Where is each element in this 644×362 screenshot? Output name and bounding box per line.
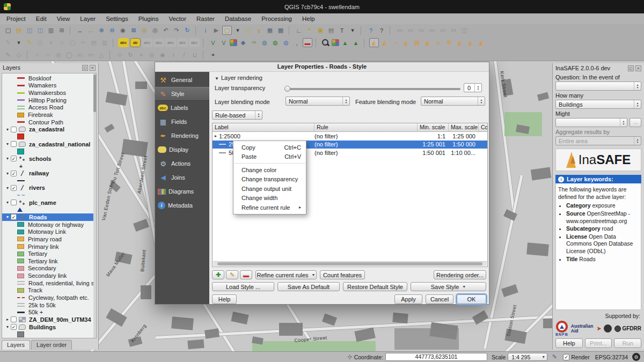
raster-calculator-icon[interactable] xyxy=(332,39,339,46)
help-contents-icon[interactable]: ? xyxy=(366,26,376,35)
new-shapefile-layer-icon[interactable]: V xyxy=(208,38,218,47)
column-header[interactable]: Min. scale xyxy=(418,123,449,131)
layer-row[interactable]: ▾✓railway xyxy=(2,169,96,177)
field-calculator-icon[interactable]: ▩ xyxy=(276,26,286,35)
circle-2p-icon[interactable]: ○ xyxy=(32,50,42,60)
label-show-2-icon[interactable]: abc xyxy=(177,38,188,47)
menu-edit[interactable]: Edit xyxy=(36,16,47,22)
layer-checkbox[interactable] xyxy=(11,127,17,132)
menu-plugins[interactable]: Plugins xyxy=(138,16,159,22)
move-feature-icon[interactable]: ⊹ xyxy=(57,38,67,47)
composer-manager-icon[interactable]: ⊞ xyxy=(57,26,67,35)
menu-vector[interactable]: Vector xyxy=(169,16,186,22)
layer-checkbox[interactable]: ✓ xyxy=(11,185,17,191)
layer-row[interactable]: ▾✓Buildings xyxy=(2,323,96,331)
expander-icon[interactable]: ▸ xyxy=(213,134,219,138)
tab-layers[interactable]: Layers xyxy=(2,340,30,350)
transparency-spinbox[interactable]: 0▲▼ xyxy=(464,83,482,92)
rectangle-3p-icon[interactable]: ▭ xyxy=(86,50,96,60)
menu-item-change-color[interactable]: Change color xyxy=(233,165,306,175)
node-tool-icon[interactable]: ∨ xyxy=(46,38,56,47)
column-header[interactable]: Count xyxy=(479,123,487,131)
expander-icon[interactable]: ▾ xyxy=(4,215,11,219)
remove-rule-button[interactable]: ▬ xyxy=(240,270,252,279)
load-style-button[interactable]: Load Style ... xyxy=(212,282,274,291)
inasafe-minimum-needs-icon[interactable]: ◭ xyxy=(423,38,433,47)
menu-item-paste[interactable]: PasteCtrl+V xyxy=(233,152,306,162)
new-bookmark-icon[interactable]: ▣ xyxy=(316,26,325,35)
pan-to-selection-icon[interactable]: ↔ xyxy=(86,26,96,35)
label-show-hide-icon[interactable]: ▭ xyxy=(406,26,415,35)
add-rule-button[interactable]: ✚ xyxy=(212,270,224,279)
layer-row-selected[interactable]: ▾✓Roads xyxy=(2,213,96,221)
layer-row[interactable] xyxy=(2,177,96,184)
layer-row[interactable]: Hilltop Parking xyxy=(2,97,96,104)
menu-item-change-transparency[interactable]: Change transparency xyxy=(233,175,306,184)
tab-labels[interactable]: Labels xyxy=(155,101,209,115)
scrollbar-thumb[interactable] xyxy=(93,75,96,112)
help-button[interactable]: Help xyxy=(212,294,237,304)
label-move-2-icon[interactable]: abc xyxy=(142,38,152,47)
menu-item-refine-current-rule[interactable]: Refine current rule▸ xyxy=(233,203,306,212)
split-features-icon[interactable]: / xyxy=(179,50,189,60)
whats-this-icon[interactable]: ? xyxy=(377,26,386,35)
merge-features-icon[interactable]: ⊔ xyxy=(190,50,200,60)
layer-row[interactable] xyxy=(2,330,96,338)
rectangle-2p-icon[interactable]: ▭ xyxy=(75,50,85,60)
label-rotate-2-icon[interactable]: abc xyxy=(153,38,164,47)
layer-checkbox[interactable] xyxy=(11,200,17,205)
add-wms-layer-icon[interactable]: ◍ xyxy=(260,38,269,47)
save-project-as-icon[interactable]: ◫ xyxy=(35,26,45,35)
layer-row[interactable]: ▸ZA_DEM_90m_UTM34 xyxy=(2,316,96,323)
pan-map-icon[interactable]: ↔ xyxy=(75,26,85,35)
label-pin-icon[interactable]: ▭ xyxy=(395,26,405,35)
search-icon[interactable] xyxy=(321,38,331,47)
cancel-button[interactable]: Cancel xyxy=(426,294,453,304)
inasafe-needs-manager-icon[interactable]: ≡ xyxy=(434,38,443,47)
labeling-icon[interactable]: abc xyxy=(118,38,129,47)
cad-input-icon[interactable]: ✎ xyxy=(3,50,13,60)
add-delimited-text-layer-icon[interactable]: , xyxy=(292,38,302,47)
layer-row[interactable] xyxy=(2,147,96,155)
layer-row[interactable]: Wamakersbos xyxy=(2,89,96,97)
menu-raster[interactable]: Raster xyxy=(196,16,215,22)
close-icon[interactable]: ✕ xyxy=(90,65,96,71)
inasafe-help-button[interactable]: Help xyxy=(555,338,583,348)
layer-checkbox[interactable]: ✓ xyxy=(11,171,17,176)
edit-rule-button[interactable]: ✎ xyxy=(226,270,238,279)
menu-processing[interactable]: Processing xyxy=(261,16,292,22)
show-bookmarks-icon[interactable]: ▤ xyxy=(326,26,336,35)
column-header[interactable]: Max. scale xyxy=(449,123,479,131)
coordinate-input[interactable]: 447773,6235101 xyxy=(385,353,487,361)
menu-view[interactable]: View xyxy=(57,16,70,22)
tab-layer-order[interactable]: Layer order xyxy=(31,340,72,350)
menu-settings[interactable]: Settings xyxy=(106,16,128,22)
tab-style[interactable]: Style xyxy=(155,87,209,101)
new-project-icon[interactable]: ▢ xyxy=(3,26,13,35)
current-edits-icon[interactable]: ✎ xyxy=(3,38,13,47)
layer-row[interactable]: Boskloof xyxy=(2,75,96,82)
undock-icon[interactable]: ◱ xyxy=(82,65,88,71)
crs-status-icon[interactable]: ⚙ xyxy=(632,353,640,361)
expander-icon[interactable]: ▾ xyxy=(4,324,11,329)
scrollbar-thumb[interactable] xyxy=(217,262,482,265)
crs-status[interactable]: EPSG:32734 xyxy=(595,354,628,360)
close-icon[interactable]: ✕ xyxy=(635,65,641,71)
zoom-to-layer-icon[interactable]: ◎ xyxy=(150,26,160,35)
add-spatialite-layer-icon[interactable]: ✑ xyxy=(249,38,259,47)
layer-row[interactable]: 50k + xyxy=(2,309,96,316)
expander-icon[interactable]: ▾ xyxy=(4,171,11,176)
current-edits-dropdown-icon[interactable]: ▾ xyxy=(14,38,24,47)
menu-help[interactable]: Help xyxy=(302,16,315,22)
aggregation-combo[interactable]: Entire area▲▼ xyxy=(555,136,641,145)
horizontal-scrollbar[interactable] xyxy=(213,261,487,266)
add-raster-layer-icon[interactable] xyxy=(230,39,237,46)
run-feature-action-icon[interactable]: ▶ xyxy=(211,26,221,35)
remove-layer-icon[interactable]: ▬ xyxy=(303,38,312,47)
select-rectangle-icon[interactable]: ▢ xyxy=(222,26,232,35)
vertical-scrollbar[interactable] xyxy=(93,73,96,338)
tab-diagrams[interactable]: Diagrams xyxy=(155,184,209,198)
inasafe-save-scenario-icon[interactable]: ◭ xyxy=(466,38,475,47)
layer-row[interactable]: 25k to 50k xyxy=(2,301,96,309)
menu-item-change-output-unit[interactable]: Change output unit xyxy=(233,184,306,194)
